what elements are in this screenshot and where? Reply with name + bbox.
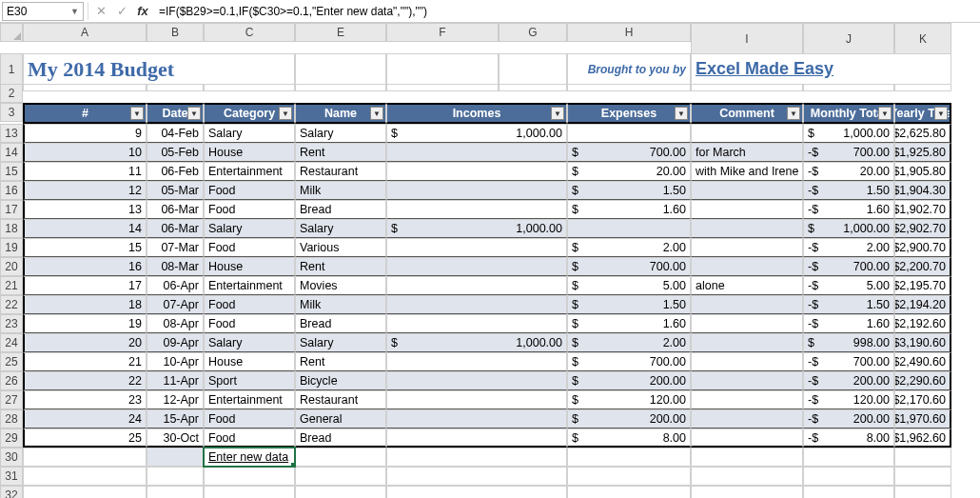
row-header[interactable]: 14 (0, 143, 23, 162)
column-header[interactable]: F (386, 23, 499, 42)
row-header[interactable]: 13 (0, 124, 23, 143)
row-header[interactable]: 3 (0, 103, 23, 122)
table-header[interactable]: Monthly Total▼ (803, 103, 894, 124)
table-header[interactable]: Expenses▼ (567, 103, 691, 124)
confirm-icon[interactable]: ✓ (113, 3, 130, 20)
filter-dropdown-icon[interactable]: ▼ (551, 107, 564, 120)
date-cell: 10-Apr (147, 352, 204, 371)
row-header[interactable]: 24 (0, 333, 23, 352)
row-header[interactable]: 25 (0, 352, 23, 371)
row-index: 21 (23, 352, 147, 371)
cancel-icon[interactable]: ✕ (92, 3, 109, 20)
expense-cell: $5.00 (567, 276, 691, 295)
yearly-total-cell: $1,970.60 (894, 409, 951, 428)
comment-cell (691, 333, 803, 352)
row-header[interactable]: 32 (0, 486, 23, 498)
row-header[interactable]: 17 (0, 200, 23, 219)
row-header[interactable]: 20 (0, 257, 23, 276)
filter-dropdown-icon[interactable]: ▼ (675, 107, 688, 120)
currency-symbol: $1,000.00 (386, 124, 567, 143)
column-header[interactable]: J (803, 23, 894, 53)
comment-cell (691, 200, 803, 219)
yearly-total-cell: $2,170.60 (894, 390, 951, 409)
excel-made-easy-link[interactable]: Excel Made Easy (691, 53, 951, 84)
filter-dropdown-icon[interactable]: ▼ (787, 107, 800, 120)
category-cell: Entertainment (204, 390, 295, 409)
fx-icon[interactable]: fx (134, 3, 151, 20)
filter-dropdown-icon[interactable]: ▼ (370, 107, 383, 120)
selected-cell[interactable]: Enter new data (204, 448, 295, 467)
category-cell: Salary (204, 124, 295, 143)
expense-cell: $1.50 (567, 295, 691, 314)
column-header[interactable]: G (499, 23, 567, 42)
expense-cell: $700.00 (567, 257, 691, 276)
table-header[interactable]: Incomes▼ (386, 103, 567, 124)
row-header[interactable]: 1 (0, 53, 23, 84)
comment-cell (691, 238, 803, 257)
monthly-total-cell: -$1.60 (803, 200, 894, 219)
category-cell: House (204, 257, 295, 276)
currency-symbol (386, 200, 567, 219)
row-header[interactable]: 27 (0, 390, 23, 409)
formula-input[interactable] (155, 2, 978, 21)
currency-symbol (386, 238, 567, 257)
table-header[interactable]: Name▼ (295, 103, 386, 124)
column-header[interactable]: E (295, 23, 386, 42)
currency-symbol (386, 143, 567, 162)
column-header[interactable]: C (204, 23, 295, 42)
name-box[interactable]: E30 ▼ (2, 2, 84, 21)
row-header[interactable]: 29 (0, 428, 23, 448)
filter-dropdown-icon[interactable]: ▼ (934, 107, 948, 120)
table-header[interactable]: Yearly Total▼ (894, 103, 951, 124)
category-cell: Entertainment (204, 162, 295, 181)
yearly-total-cell: $2,290.60 (894, 371, 951, 390)
table-header[interactable]: Date▼ (147, 103, 204, 124)
row-header[interactable]: 18 (0, 219, 23, 238)
currency-symbol: $1,000.00 (386, 219, 567, 238)
yearly-total-cell: $1,962.60 (894, 428, 951, 448)
table-header[interactable]: #▼ (23, 103, 147, 124)
category-cell: Food (204, 314, 295, 333)
comment-cell (691, 352, 803, 371)
row-header[interactable]: 26 (0, 371, 23, 390)
row-header[interactable]: 2 (0, 84, 23, 103)
column-header[interactable]: B (147, 23, 204, 42)
spreadsheet-grid[interactable]: ABCEFGHIJK1My 2014 BudgetBrought to you … (0, 23, 980, 498)
separator (88, 3, 88, 20)
monthly-total-cell: -$1.50 (803, 295, 894, 314)
row-header[interactable]: 19 (0, 238, 23, 257)
row-header[interactable]: 22 (0, 295, 23, 314)
row-header[interactable]: 31 (0, 467, 23, 486)
category-cell: Food (204, 238, 295, 257)
dropdown-icon[interactable]: ▼ (70, 7, 79, 16)
monthly-total-cell: -$8.00 (803, 428, 894, 448)
row-header[interactable]: 30 (0, 448, 23, 467)
column-header[interactable]: H (567, 23, 691, 42)
row-header[interactable]: 21 (0, 276, 23, 295)
row-header[interactable]: 16 (0, 181, 23, 200)
row-index: 16 (23, 257, 147, 276)
currency-symbol (386, 428, 567, 448)
currency-symbol (386, 409, 567, 428)
column-header[interactable]: K (894, 23, 951, 53)
filter-dropdown-icon[interactable]: ▼ (187, 107, 201, 120)
currency-symbol (386, 390, 567, 409)
column-header[interactable]: A (23, 23, 147, 42)
yearly-total-cell: $3,190.60 (894, 333, 951, 352)
filter-dropdown-icon[interactable]: ▼ (878, 107, 892, 120)
row-header[interactable]: 23 (0, 314, 23, 333)
row-header[interactable]: 28 (0, 409, 23, 428)
name-cell: Restaurant (295, 390, 386, 409)
table-header[interactable]: Comment▼ (691, 103, 803, 124)
select-all-corner[interactable] (0, 23, 23, 42)
name-cell: Salary (295, 219, 386, 238)
expense-cell: $700.00 (567, 352, 691, 371)
filter-dropdown-icon[interactable]: ▼ (279, 107, 292, 120)
date-cell: 06-Mar (147, 200, 204, 219)
column-header[interactable]: I (691, 23, 803, 53)
filter-dropdown-icon[interactable]: ▼ (130, 107, 144, 120)
monthly-total-cell: -$20.00 (803, 162, 894, 181)
row-index: 14 (23, 219, 147, 238)
table-header[interactable]: Category▼ (204, 103, 295, 124)
row-header[interactable]: 15 (0, 162, 23, 181)
